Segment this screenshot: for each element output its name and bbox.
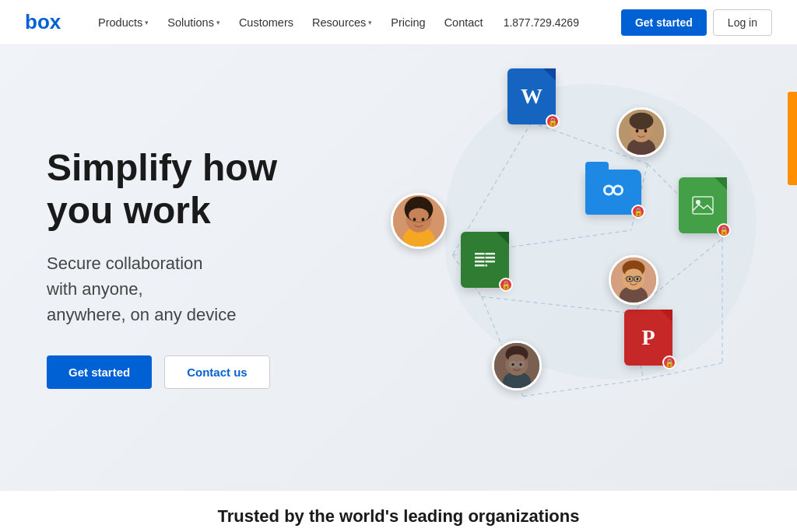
svg-point-30: [413, 218, 416, 222]
hero-section: Simplify how you work Secure collaborati…: [0, 45, 797, 490]
svg-point-48: [629, 278, 631, 280]
avatar-woman: [391, 193, 447, 249]
nav-get-started-button[interactable]: Get started: [621, 9, 707, 36]
trusted-text: Trusted by the world's leading organizat…: [218, 506, 580, 527]
svg-point-49: [637, 278, 639, 280]
hero-illustration: .net-line { stroke: #a0bcd8; stroke-widt…: [398, 45, 797, 490]
hero-buttons: Get started Contact us: [47, 355, 352, 389]
hero-title: Simplify how you work: [47, 146, 352, 232]
svg-point-42: [625, 269, 642, 281]
svg-point-37: [644, 129, 648, 133]
svg-rect-23: [693, 197, 713, 214]
nav-links: Products ▾ Solutions ▾ Customers Resourc…: [90, 13, 615, 32]
nav-login-button[interactable]: Log in: [713, 9, 772, 36]
nav-item-contact[interactable]: Contact: [437, 13, 491, 32]
chevron-down-icon: ▾: [216, 19, 220, 26]
svg-point-29: [409, 208, 429, 222]
avatar-man-glasses: [609, 255, 658, 305]
navbar: box Products ▾ Solutions ▾ Customers Res…: [0, 0, 797, 45]
svg-point-59: [520, 363, 522, 366]
svg-point-54: [508, 355, 525, 366]
chevron-down-icon: ▾: [368, 19, 372, 26]
chevron-down-icon: ▾: [145, 19, 149, 26]
trusted-section: Trusted by the world's leading organizat…: [0, 490, 797, 532]
avatar-man-1: [616, 107, 666, 157]
ppt-file-icon: P 🔒: [624, 310, 672, 366]
svg-point-36: [636, 129, 639, 133]
nav-item-customers[interactable]: Customers: [231, 13, 301, 32]
sheets-file-icon: 🔒: [461, 232, 509, 288]
hero-subtitle: Secure collaborationwith anyone,anywhere…: [47, 250, 352, 327]
nav-item-resources[interactable]: Resources ▾: [304, 13, 380, 32]
svg-point-35: [630, 113, 654, 130]
svg-point-24: [696, 200, 700, 205]
nav-item-solutions[interactable]: Solutions ▾: [160, 13, 228, 32]
phone-number: 1.877.729.4269: [504, 16, 579, 29]
word-file-icon: W 🔒: [507, 68, 556, 124]
svg-point-22: [615, 187, 621, 194]
svg-point-58: [512, 363, 514, 366]
nav-item-pricing[interactable]: Pricing: [383, 13, 433, 32]
svg-text:box: box: [25, 12, 61, 33]
hero-content: Simplify how you work Secure collaborati…: [0, 115, 398, 420]
folder-icon: 🔒: [585, 170, 641, 215]
orange-accent-bar: [788, 92, 797, 185]
logo[interactable]: box: [25, 12, 65, 33]
hero-contact-button[interactable]: Contact us: [164, 355, 270, 389]
nav-item-products[interactable]: Products ▾: [90, 13, 156, 32]
svg-point-21: [606, 187, 612, 194]
hero-get-started-button[interactable]: Get started: [47, 355, 152, 389]
image-file-icon: 🔒: [679, 177, 727, 233]
svg-point-31: [422, 218, 425, 222]
svg-rect-17: [475, 264, 487, 267]
avatar-man-2: [492, 341, 542, 390]
svg-line-11: [523, 380, 644, 396]
